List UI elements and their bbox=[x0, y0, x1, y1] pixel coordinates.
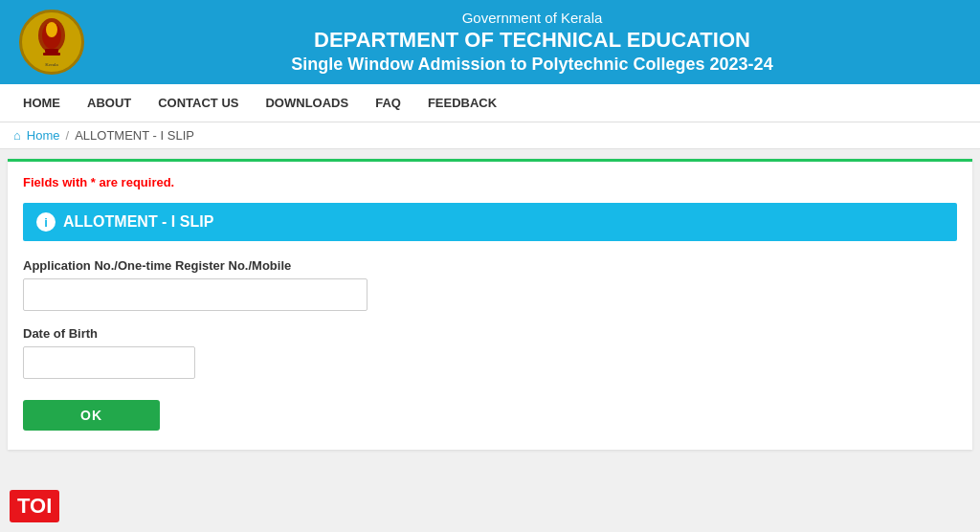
header-text-block: Government of Kerala DEPARTMENT OF TECHN… bbox=[103, 10, 961, 75]
nav-faq[interactable]: FAQ bbox=[362, 84, 414, 122]
page-header: Kerala Government of Kerala DEPARTMENT O… bbox=[0, 0, 980, 84]
breadcrumb-separator: / bbox=[66, 128, 70, 143]
info-icon: i bbox=[36, 212, 56, 232]
app-no-label: Application No./One-time Register No./Mo… bbox=[23, 258, 957, 273]
breadcrumb: ⌂ Home / ALLOTMENT - I SLIP bbox=[0, 122, 980, 149]
government-title: Government of Kerala bbox=[103, 10, 961, 26]
nav-downloads[interactable]: DOWNLOADS bbox=[252, 84, 362, 122]
toi-badge: TOI bbox=[10, 490, 59, 522]
nav-about[interactable]: ABOUT bbox=[74, 84, 145, 122]
dob-label: Date of Birth bbox=[23, 326, 957, 341]
app-no-input[interactable] bbox=[23, 278, 368, 311]
nav-feedback[interactable]: FEEDBACK bbox=[414, 84, 510, 122]
required-note-text: Fields with bbox=[23, 175, 87, 189]
app-no-group: Application No./One-time Register No./Mo… bbox=[23, 258, 957, 311]
required-note-suffix: are required. bbox=[99, 175, 174, 189]
home-icon: ⌂ bbox=[13, 128, 21, 143]
svg-text:Kerala: Kerala bbox=[45, 62, 58, 67]
svg-rect-2 bbox=[45, 49, 58, 53]
department-title: DEPARTMENT OF TECHNICAL EDUCATION bbox=[103, 28, 961, 53]
nav-contact[interactable]: CONTACT US bbox=[145, 84, 252, 122]
content-wrapper: Fields with * are required. i ALLOTMENT … bbox=[8, 159, 972, 450]
breadcrumb-home-link[interactable]: Home bbox=[27, 128, 60, 143]
breadcrumb-current: ALLOTMENT - I SLIP bbox=[75, 128, 194, 143]
dob-input[interactable] bbox=[23, 346, 195, 379]
subtitle: Single Window Admission to Polytechnic C… bbox=[103, 55, 961, 75]
section-title: ALLOTMENT - I SLIP bbox=[63, 213, 213, 231]
svg-rect-3 bbox=[43, 53, 60, 55]
section-header: i ALLOTMENT - I SLIP bbox=[23, 203, 957, 241]
ok-button[interactable]: OK bbox=[23, 400, 160, 431]
dob-group: Date of Birth bbox=[23, 326, 957, 379]
government-emblem: Kerala bbox=[19, 10, 84, 75]
main-nav: HOME ABOUT CONTACT US DOWNLOADS FAQ FEED… bbox=[0, 84, 980, 122]
svg-point-4 bbox=[46, 22, 57, 37]
nav-home[interactable]: HOME bbox=[10, 84, 74, 122]
required-note: Fields with * are required. bbox=[23, 175, 957, 189]
